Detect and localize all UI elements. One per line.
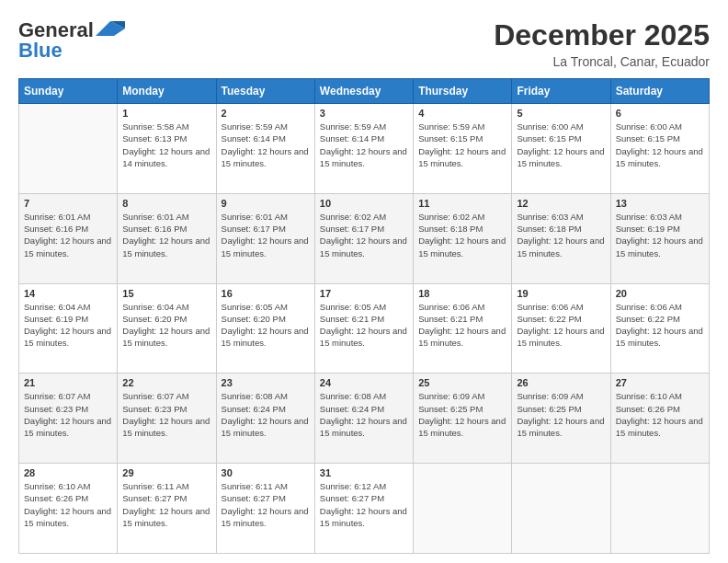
title-block: December 2025 La Troncal, Canar, Ecuador <box>494 18 710 69</box>
calendar-cell: 26Sunrise: 6:09 AMSunset: 6:25 PMDayligh… <box>512 373 610 464</box>
day-info: Sunrise: 5:59 AMSunset: 6:14 PMDaylight:… <box>320 121 408 169</box>
day-number: 29 <box>122 467 210 478</box>
calendar-cell: 12Sunrise: 6:03 AMSunset: 6:18 PMDayligh… <box>512 193 610 283</box>
calendar-cell: 13Sunrise: 6:03 AMSunset: 6:19 PMDayligh… <box>610 193 709 283</box>
day-number: 1 <box>122 108 210 119</box>
day-info: Sunrise: 6:01 AMSunset: 6:16 PMDaylight:… <box>24 211 112 259</box>
col-header-monday: Monday <box>118 79 216 104</box>
day-info: Sunrise: 6:08 AMSunset: 6:24 PMDaylight:… <box>320 390 408 439</box>
day-number: 31 <box>320 467 408 478</box>
day-info: Sunrise: 6:08 AMSunset: 6:24 PMDaylight:… <box>222 390 310 439</box>
logo-icon <box>96 19 125 38</box>
day-info: Sunrise: 6:06 AMSunset: 6:22 PMDaylight:… <box>616 301 704 350</box>
header: General Blue December 2025 La Troncal, C… <box>18 18 710 69</box>
col-header-wednesday: Wednesday <box>314 79 413 104</box>
day-number: 19 <box>517 288 605 299</box>
col-header-tuesday: Tuesday <box>216 79 314 104</box>
logo-blue: Blue <box>18 39 63 63</box>
day-info: Sunrise: 6:11 AMSunset: 6:27 PMDaylight:… <box>122 480 210 529</box>
day-number: 8 <box>122 198 210 209</box>
day-number: 26 <box>517 377 605 388</box>
col-header-saturday: Saturday <box>610 79 709 104</box>
location: La Troncal, Canar, Ecuador <box>494 54 710 69</box>
calendar-cell: 9Sunrise: 6:01 AMSunset: 6:17 PMDaylight… <box>216 193 314 283</box>
day-number: 10 <box>320 198 408 209</box>
day-number: 2 <box>222 108 310 119</box>
day-info: Sunrise: 6:04 AMSunset: 6:20 PMDaylight:… <box>122 301 210 350</box>
day-number: 4 <box>418 108 506 119</box>
day-info: Sunrise: 5:59 AMSunset: 6:14 PMDaylight:… <box>222 121 310 169</box>
calendar-cell: 27Sunrise: 6:10 AMSunset: 6:26 PMDayligh… <box>610 373 709 464</box>
day-number: 24 <box>320 377 408 388</box>
day-info: Sunrise: 6:11 AMSunset: 6:27 PMDaylight:… <box>222 480 310 529</box>
day-number: 13 <box>616 198 704 209</box>
col-header-thursday: Thursday <box>414 79 512 104</box>
calendar-cell: 3Sunrise: 5:59 AMSunset: 6:14 PMDaylight… <box>314 104 413 194</box>
calendar-cell <box>610 464 709 554</box>
calendar-cell: 19Sunrise: 6:06 AMSunset: 6:22 PMDayligh… <box>512 283 610 373</box>
day-number: 22 <box>122 377 210 388</box>
day-number: 7 <box>24 198 112 209</box>
calendar-cell: 7Sunrise: 6:01 AMSunset: 6:16 PMDaylight… <box>19 193 118 283</box>
day-info: Sunrise: 6:02 AMSunset: 6:17 PMDaylight:… <box>320 211 408 259</box>
calendar-cell: 23Sunrise: 6:08 AMSunset: 6:24 PMDayligh… <box>216 373 314 464</box>
day-number: 27 <box>616 377 704 388</box>
calendar-cell: 17Sunrise: 6:05 AMSunset: 6:21 PMDayligh… <box>314 283 413 373</box>
day-number: 5 <box>517 108 605 119</box>
day-number: 16 <box>222 288 310 299</box>
calendar-cell: 29Sunrise: 6:11 AMSunset: 6:27 PMDayligh… <box>118 464 216 554</box>
day-number: 25 <box>418 377 506 388</box>
day-info: Sunrise: 6:03 AMSunset: 6:18 PMDaylight:… <box>517 211 605 259</box>
day-info: Sunrise: 6:00 AMSunset: 6:15 PMDaylight:… <box>517 121 605 169</box>
day-number: 12 <box>517 198 605 209</box>
day-info: Sunrise: 5:59 AMSunset: 6:15 PMDaylight:… <box>418 121 506 169</box>
day-info: Sunrise: 6:03 AMSunset: 6:19 PMDaylight:… <box>616 211 704 259</box>
day-number: 14 <box>24 288 112 299</box>
calendar-cell <box>512 464 610 554</box>
day-info: Sunrise: 6:05 AMSunset: 6:21 PMDaylight:… <box>320 301 408 350</box>
day-number: 17 <box>320 288 408 299</box>
day-number: 9 <box>222 198 310 209</box>
calendar-cell <box>19 104 118 194</box>
day-info: Sunrise: 6:09 AMSunset: 6:25 PMDaylight:… <box>517 390 605 439</box>
col-header-friday: Friday <box>512 79 610 104</box>
calendar-cell <box>414 464 512 554</box>
day-info: Sunrise: 6:06 AMSunset: 6:22 PMDaylight:… <box>517 301 605 350</box>
day-info: Sunrise: 6:01 AMSunset: 6:16 PMDaylight:… <box>122 211 210 259</box>
day-info: Sunrise: 6:10 AMSunset: 6:26 PMDaylight:… <box>616 390 704 439</box>
day-info: Sunrise: 6:07 AMSunset: 6:23 PMDaylight:… <box>122 390 210 439</box>
calendar-cell: 14Sunrise: 6:04 AMSunset: 6:19 PMDayligh… <box>19 283 118 373</box>
calendar-cell: 22Sunrise: 6:07 AMSunset: 6:23 PMDayligh… <box>118 373 216 464</box>
calendar-table: SundayMondayTuesdayWednesdayThursdayFrid… <box>18 78 710 554</box>
day-info: Sunrise: 6:05 AMSunset: 6:20 PMDaylight:… <box>222 301 310 350</box>
day-number: 15 <box>122 288 210 299</box>
day-number: 20 <box>616 288 704 299</box>
calendar-cell: 2Sunrise: 5:59 AMSunset: 6:14 PMDaylight… <box>216 104 314 194</box>
day-number: 11 <box>418 198 506 209</box>
calendar-cell: 6Sunrise: 6:00 AMSunset: 6:15 PMDaylight… <box>610 104 709 194</box>
calendar-cell: 10Sunrise: 6:02 AMSunset: 6:17 PMDayligh… <box>314 193 413 283</box>
day-number: 18 <box>418 288 506 299</box>
day-number: 21 <box>24 377 112 388</box>
calendar-cell: 30Sunrise: 6:11 AMSunset: 6:27 PMDayligh… <box>216 464 314 554</box>
day-number: 23 <box>222 377 310 388</box>
calendar-cell: 31Sunrise: 6:12 AMSunset: 6:27 PMDayligh… <box>314 464 413 554</box>
calendar-cell: 15Sunrise: 6:04 AMSunset: 6:20 PMDayligh… <box>118 283 216 373</box>
day-info: Sunrise: 6:04 AMSunset: 6:19 PMDaylight:… <box>24 301 112 350</box>
day-number: 28 <box>24 467 112 478</box>
day-number: 30 <box>222 467 310 478</box>
page: General Blue December 2025 La Troncal, C… <box>0 0 728 563</box>
logo: General Blue <box>18 18 125 63</box>
calendar-cell: 8Sunrise: 6:01 AMSunset: 6:16 PMDaylight… <box>118 193 216 283</box>
col-header-sunday: Sunday <box>19 79 118 104</box>
day-info: Sunrise: 6:00 AMSunset: 6:15 PMDaylight:… <box>616 121 704 169</box>
day-info: Sunrise: 6:09 AMSunset: 6:25 PMDaylight:… <box>418 390 506 439</box>
calendar-cell: 16Sunrise: 6:05 AMSunset: 6:20 PMDayligh… <box>216 283 314 373</box>
day-info: Sunrise: 6:06 AMSunset: 6:21 PMDaylight:… <box>418 301 506 350</box>
day-info: Sunrise: 6:02 AMSunset: 6:18 PMDaylight:… <box>418 211 506 259</box>
day-info: Sunrise: 6:07 AMSunset: 6:23 PMDaylight:… <box>24 390 112 439</box>
day-number: 6 <box>616 108 704 119</box>
calendar-cell: 21Sunrise: 6:07 AMSunset: 6:23 PMDayligh… <box>19 373 118 464</box>
day-info: Sunrise: 6:10 AMSunset: 6:26 PMDaylight:… <box>24 480 112 529</box>
day-number: 3 <box>320 108 408 119</box>
